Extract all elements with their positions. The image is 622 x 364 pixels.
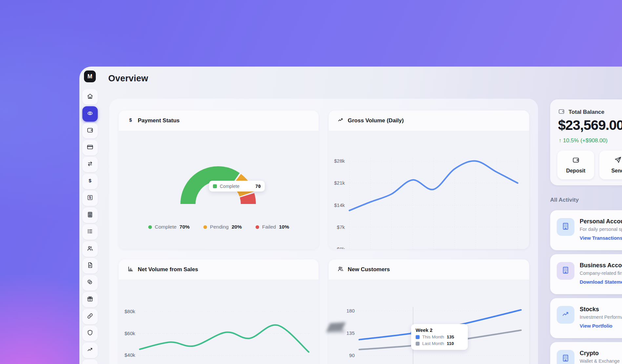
sidebar-item-overview[interactable] [82,106,98,122]
gift-icon [87,295,93,304]
activity-title: Business Account [580,262,622,269]
svg-text:180: 180 [346,308,355,313]
sidebar-item-wallet[interactable] [82,123,98,138]
activity-link[interactable]: Download Statements [580,279,622,285]
payment-status-legend: Complete 70% Pending 20% Failed 10% [119,224,319,230]
svg-text:90: 90 [349,353,355,358]
sidebar-item-calculator[interactable] [82,208,98,223]
balance-actions: Deposit Send [557,151,622,179]
activity-title: Stocks [580,306,599,313]
trend-up-icon [561,310,570,320]
activity-item-stocks[interactable]: Stocks Investment Performance View Portf… [550,298,622,338]
svg-text:$21k: $21k [334,180,345,186]
trend-up-icon [337,117,344,125]
eye-icon [87,110,93,118]
sidebar-item-documents[interactable] [82,258,98,273]
legend-dot [256,225,259,229]
credit-card-icon [87,144,93,152]
wallet-icon [558,108,565,116]
tooltip-label: Complete [220,184,239,189]
tooltip-row: This Month 135 [416,334,463,339]
stocks-icon-tile [557,306,574,324]
building-icon [561,222,570,232]
sidebar-item-links[interactable] [82,309,98,324]
building-icon [561,266,570,276]
net-volume-card: Net Volume from Sales $80k$60k$40k$20k [119,259,319,364]
legend-dot [148,225,152,229]
transfer-arrows-icon [87,160,93,169]
activity-subtitle: Investment Performance [580,314,622,320]
legend-swatch [213,184,217,188]
chart-tooltip: Week 2 This Month 135 Last Month 110 [411,324,468,350]
sidebar-item-customers[interactable] [82,241,98,257]
activity-subtitle: For daily personal spending [580,227,622,232]
page-title: Overview [108,73,148,84]
total-balance-delta: ↑ 10.5% (+$908.00) [559,137,608,144]
link-icon [87,313,93,321]
paper-plane-icon [614,156,622,165]
new-customers-card: New Customers 1801359045 Week 2 This Mon… [329,259,529,364]
svg-text:$60k: $60k [124,331,135,336]
shield-icon [87,329,93,337]
gauge-tooltip: Complete 70 [209,181,265,192]
net-volume-chart[interactable]: $80k$60k$40k$20k [119,280,319,364]
list-icon [87,228,93,236]
sidebar-item-transfers[interactable] [82,157,98,172]
deposit-button[interactable]: Deposit [557,151,594,179]
activity-link[interactable]: View Portfolio [580,323,612,329]
sidebar-item-transactions[interactable] [82,224,98,240]
card-title: Net Volume from Sales [138,266,198,273]
receipt-dollar-icon: $ [87,194,93,202]
account-icon-tile [557,262,574,280]
calculator-icon [87,211,93,219]
card-title: New Customers [348,266,390,273]
dollar-icon: $ [127,117,134,125]
sidebar-item-cards[interactable] [82,140,98,155]
building-icon [561,354,570,364]
sidebar-item-analytics[interactable] [82,343,98,358]
wallet-icon [87,127,93,135]
legend-dot [203,225,207,229]
svg-text:$14k: $14k [334,202,345,208]
payment-status-header: $ Payment Status [119,111,319,131]
activity-subtitle: Wallet & Exchange [580,358,620,364]
gross-volume-chart[interactable]: $28k$21k$14k$7k$0k10AM11AM12PM1PM2PM3PM4… [329,131,529,249]
gross-volume-header: Gross Volume (Daily) [329,111,529,131]
sidebar-item-home[interactable] [82,89,98,105]
svg-text:$80k: $80k [124,309,135,314]
sidebar-item-payments[interactable]: $ [82,174,98,189]
svg-text:$: $ [129,117,132,123]
all-activity-header: All Activity [550,197,579,203]
app-background: M Overview $ $ [0,0,622,364]
app-logo[interactable]: M [84,71,96,82]
activity-subtitle: Company-related finances [580,271,622,276]
activity-item-crypto[interactable]: Crypto Wallet & Exchange [550,342,622,364]
home-icon [87,93,93,101]
new-customers-chart[interactable]: 1801359045 [329,280,529,364]
account-icon-tile [557,218,574,236]
svg-text:$0k: $0k [337,246,345,249]
legend-item: Failed 10% [256,224,289,230]
document-icon [87,262,93,270]
legend-item: Pending 20% [203,224,242,230]
svg-text:$: $ [89,195,91,199]
coins-icon [87,279,93,287]
crypto-icon-tile [557,350,574,364]
payment-status-card: $ Payment Status Complete 70 Complete 70… [119,111,319,249]
users-icon [87,245,93,253]
sidebar-item-coins[interactable] [82,275,98,291]
send-button[interactable]: Send [599,151,622,179]
activity-link[interactable]: View Transactions [580,235,622,241]
card-title: Gross Volume (Daily) [348,117,404,124]
activity-item-business-account[interactable]: Business Account Company-related finance… [550,254,622,294]
sidebar-item-rewards[interactable] [82,292,98,307]
total-balance-label: Total Balance [569,109,604,115]
legend-item: Complete 70% [148,224,190,230]
sidebar-item-invoices[interactable]: $ [82,191,98,206]
svg-text:$: $ [89,178,92,183]
sidebar-item-security[interactable] [82,326,98,341]
trend-up-icon [87,346,93,354]
activity-item-personal-account[interactable]: Personal Account For daily personal spen… [550,210,622,250]
card-title: Payment Status [138,117,180,124]
sidebar-item-archive[interactable] [82,359,98,364]
